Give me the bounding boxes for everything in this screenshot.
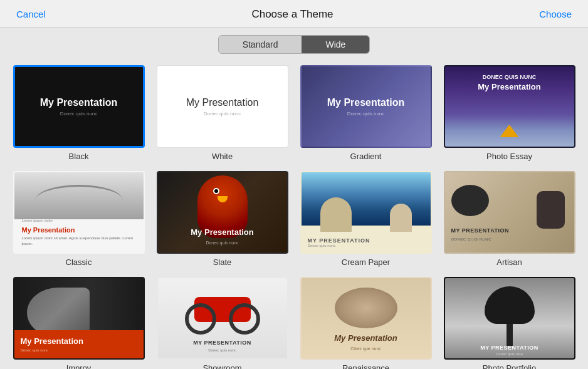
theme-label-photo-portfolio: Photo Portfolio — [483, 363, 536, 369]
food-bowl — [335, 288, 397, 328]
cancel-button[interactable]: Cancel — [13, 8, 50, 21]
white-sub: Donec quis nunc — [204, 111, 241, 117]
bowl-right — [537, 191, 565, 229]
improv-sub: Donec quis nunc — [21, 348, 49, 352]
theme-label-gradient: Gradient — [350, 152, 382, 161]
theme-thumb-showroom: MY PRESENTATION Donec quis nunc — [157, 277, 288, 360]
theme-item-showroom[interactable]: MY PRESENTATION Donec quis nunc Showroom — [155, 277, 290, 369]
bike-wheel-right — [229, 303, 260, 335]
dialog-header: Cancel Choose a Theme Choose — [0, 0, 588, 28]
theme-thumb-renaissance: My Presentation Clirez que nunc — [300, 277, 432, 360]
bike-body — [185, 291, 260, 335]
cream-title-area: MY PRESENTATION Donec quis nunc — [308, 237, 370, 247]
white-title: My Presentation — [186, 97, 259, 108]
theme-item-improv[interactable]: My Presentation Donec quis nunc Improv — [11, 277, 146, 369]
gradient-sub: Donec quis nunc — [347, 111, 385, 117]
theme-label-slate: Slate — [213, 257, 232, 267]
ren-title: My Presentation — [334, 333, 397, 343]
theme-item-cream-paper[interactable]: MY PRESENTATION Donec quis nunc Cream Pa… — [298, 171, 433, 267]
rock-left — [320, 197, 352, 232]
pe-label: DONEC QUIS NUNC — [483, 74, 537, 80]
gradient-title: My Presentation — [327, 97, 405, 108]
choose-button[interactable]: Choose — [535, 8, 575, 21]
theme-item-photo-portfolio[interactable]: MY PRESENTATION Donec quis nine Photo Po… — [442, 277, 577, 369]
cream-sub: Donec quis nunc — [308, 244, 370, 247]
pp-title: MY PRESENTATION — [480, 345, 538, 351]
theme-thumb-gradient: My Presentation Donec quis nunc — [300, 65, 432, 148]
classic-small: Lorem ipsum dolor — [22, 219, 53, 222]
art-title: MY PRESENTATION — [451, 227, 510, 234]
parrot-eye — [213, 188, 219, 194]
theme-thumb-black: My Presentation Donec quis nunc — [13, 65, 145, 148]
slate-sub: Donec quis nunc — [206, 241, 238, 245]
pe-title: My Presentation — [478, 82, 540, 91]
art-sub: ODNEC QUIS NUNC — [451, 237, 492, 241]
improv-title: My Presentation — [21, 336, 83, 346]
theme-item-slate[interactable]: My Presentation Donec quis nunc Slate — [155, 171, 290, 267]
theme-item-black[interactable]: My Presentation Donec quis nunc Black — [11, 65, 146, 161]
sr-title: MY PRESENTATION — [193, 340, 251, 346]
theme-thumb-artisan: MY PRESENTATION ODNEC QUIS NUNC — [444, 171, 575, 254]
ren-sub: Clirez que nunc — [350, 346, 381, 351]
theme-grid: My Presentation Donec quis nunc Black My… — [0, 60, 588, 369]
theme-label-classic: Classic — [66, 257, 92, 267]
theme-item-white[interactable]: My Presentation Donec quis nunc White — [155, 65, 290, 161]
theme-label-renaissance: Renaissance — [342, 363, 389, 369]
theme-thumb-classic: Lorem ipsum dolor My Presentation Lorem … — [13, 171, 145, 254]
standard-toggle[interactable]: Standard — [219, 36, 302, 53]
classic-sub: Lorem ipsum dolor sit amet. Aguis suspen… — [22, 236, 136, 246]
theme-thumb-improv: My Presentation Donec quis nunc — [13, 277, 145, 360]
slate-title: My Presentation — [191, 227, 253, 237]
theme-thumb-photo-portfolio: MY PRESENTATION Donec quis nine — [444, 277, 575, 360]
theme-item-photo-essay[interactable]: DONEC QUIS NUNC My Presentation Photo Es… — [442, 65, 577, 161]
theme-label-improv: Improv — [66, 363, 92, 369]
theme-label-black: Black — [69, 152, 89, 161]
theme-label-white: White — [212, 152, 233, 161]
theme-thumb-slate: My Presentation Donec quis nunc — [157, 171, 288, 254]
cream-title: MY PRESENTATION — [308, 237, 370, 244]
bowl-left — [451, 185, 489, 216]
theme-label-showroom: Showroom — [202, 363, 241, 369]
theme-thumb-white: My Presentation Donec quis nunc — [157, 65, 288, 148]
format-toggle-group: Standard Wide — [218, 35, 370, 54]
dialog-title: Choose a Theme — [251, 8, 333, 21]
rock-right — [390, 204, 412, 232]
bridge-arch — [35, 185, 123, 216]
black-sub: Donec quis nunc — [60, 111, 98, 117]
sr-sub: Donec quis nunc — [208, 348, 236, 352]
theme-item-classic[interactable]: Lorem ipsum dolor My Presentation Lorem … — [11, 171, 146, 267]
theme-thumb-cream: MY PRESENTATION Donec quis nunc — [300, 171, 432, 254]
theme-thumb-photo-essay: DONEC QUIS NUNC My Presentation — [444, 65, 575, 148]
bike-wheel-left — [185, 303, 216, 335]
format-toggle-bar: Standard Wide — [0, 28, 588, 60]
theme-item-gradient[interactable]: My Presentation Donec quis nunc Gradient — [298, 65, 433, 161]
wide-toggle[interactable]: Wide — [302, 36, 369, 53]
theme-label-cream-paper: Cream Paper — [342, 257, 390, 267]
theme-label-artisan: Artisan — [496, 257, 522, 267]
theme-item-artisan[interactable]: MY PRESENTATION ODNEC QUIS NUNC Artisan — [442, 171, 577, 267]
black-title: My Presentation — [40, 97, 118, 108]
theme-item-renaissance[interactable]: My Presentation Clirez que nunc Renaissa… — [298, 277, 433, 369]
theme-label-photo-essay: Photo Essay — [486, 152, 532, 161]
pp-sub: Donec quis nine — [496, 352, 523, 356]
classic-title: My Presentation — [22, 226, 75, 234]
